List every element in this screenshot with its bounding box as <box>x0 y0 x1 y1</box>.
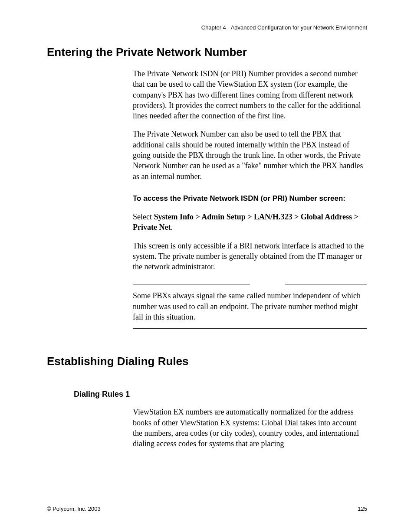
page-content: Chapter 4 - Advanced Configuration for y… <box>0 0 414 449</box>
rule-segment <box>285 284 367 284</box>
chapter-header: Chapter 4 - Advanced Configuration for y… <box>47 24 367 31</box>
paragraph: This screen is only accessible if a BRI … <box>133 241 367 272</box>
paragraph: Select System Info > Admin Setup > LAN/H… <box>133 212 367 233</box>
page-number: 125 <box>358 506 367 512</box>
section2-body: ViewStation EX numbers are automatically… <box>133 407 367 449</box>
rule-segment <box>133 284 250 284</box>
copyright-text: © Polycom, Inc. 2003 <box>47 506 101 512</box>
note-top-rule <box>133 284 367 284</box>
page-footer: © Polycom, Inc. 2003 125 <box>47 506 367 512</box>
section-title-entering-private-network: Entering the Private Network Number <box>47 46 367 59</box>
note-text: Some PBXs always signal the same called … <box>133 290 367 322</box>
text: . <box>171 223 173 232</box>
subheading-access-screen: To access the Private Network ISDN (or P… <box>133 194 367 204</box>
note-bottom-rule <box>133 328 367 329</box>
subsection-title-dialing-rules-1: Dialing Rules 1 <box>74 390 367 399</box>
menu-path: System Info > Admin Setup > LAN/H.323 > … <box>133 212 358 232</box>
paragraph: The Private Network ISDN (or PRI) Number… <box>133 69 367 121</box>
paragraph: ViewStation EX numbers are automatically… <box>133 407 367 449</box>
section1-body: The Private Network ISDN (or PRI) Number… <box>133 69 367 329</box>
section-title-establishing-dialing-rules: Establishing Dialing Rules <box>47 355 367 368</box>
paragraph: The Private Network Number can also be u… <box>133 129 367 181</box>
note-block: Some PBXs always signal the same called … <box>133 284 367 329</box>
text: Select <box>133 212 154 221</box>
